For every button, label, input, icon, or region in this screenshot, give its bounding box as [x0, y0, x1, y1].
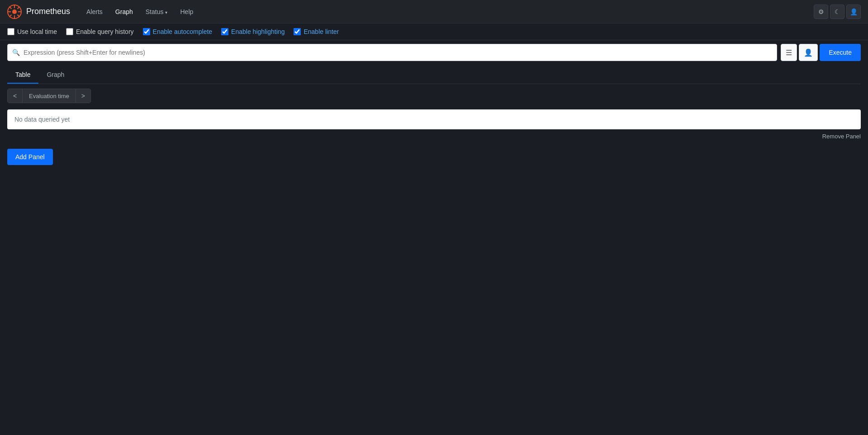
no-data-box: No data queried yet: [7, 109, 861, 129]
settings-icon: ⚙: [818, 8, 824, 15]
use-local-time-label: Use local time: [17, 28, 57, 35]
nav-status-dropdown[interactable]: Status: [140, 5, 173, 18]
search-actions: ☰ 👤 Execute: [781, 44, 861, 61]
nav-help[interactable]: Help: [175, 5, 199, 18]
nav-status-label: Status: [146, 8, 164, 15]
eval-time-row: < Evaluation time >: [7, 84, 861, 108]
metrics-explorer-icon: 👤: [804, 48, 813, 57]
navbar: Prometheus Alerts Graph Status Help ⚙ ☾ …: [0, 0, 868, 24]
remove-panel-link[interactable]: Remove Panel: [822, 133, 861, 140]
use-local-time-checkbox[interactable]: [7, 28, 14, 35]
enable-autocomplete-checkbox[interactable]: [143, 28, 150, 35]
user-button[interactable]: 👤: [846, 5, 861, 19]
nav-graph[interactable]: Graph: [110, 5, 138, 18]
enable-autocomplete-group[interactable]: Enable autocomplete: [143, 28, 213, 35]
search-icon: 🔍: [12, 49, 20, 56]
execute-button[interactable]: Execute: [820, 44, 861, 61]
tab-graph[interactable]: Graph: [38, 66, 72, 84]
status-dropdown-caret: [165, 8, 167, 15]
brand-title: Prometheus: [26, 7, 70, 16]
remove-panel-row: Remove Panel: [7, 129, 861, 143]
enable-query-history-label: Enable query history: [76, 28, 134, 35]
tab-table[interactable]: Table: [7, 66, 38, 84]
eval-next-button[interactable]: >: [76, 89, 90, 103]
enable-highlighting-checkbox[interactable]: [221, 28, 228, 35]
list-icon-button[interactable]: ☰: [781, 44, 797, 61]
no-data-text: No data queried yet: [14, 116, 70, 123]
settings-button[interactable]: ⚙: [814, 5, 828, 19]
prometheus-logo: [7, 5, 22, 19]
expression-input-container: 🔍: [7, 44, 777, 61]
add-panel-button[interactable]: Add Panel: [7, 149, 53, 165]
eval-prev-button[interactable]: <: [8, 89, 22, 103]
eval-time-group: < Evaluation time >: [7, 89, 91, 103]
eval-time-label: Evaluation time: [22, 89, 76, 103]
search-bar: 🔍 ☰ 👤 Execute: [0, 40, 868, 65]
navbar-right: ⚙ ☾ 👤: [814, 5, 861, 19]
nav-links: Alerts Graph Status Help: [81, 5, 814, 18]
enable-linter-checkbox[interactable]: [294, 28, 301, 35]
nav-alerts[interactable]: Alerts: [81, 5, 108, 18]
add-panel-section: Add Panel: [0, 143, 868, 170]
use-local-time-group[interactable]: Use local time: [7, 28, 57, 35]
user-icon: 👤: [850, 8, 858, 15]
panel: Table Graph < Evaluation time > No data …: [0, 66, 868, 143]
enable-linter-group[interactable]: Enable linter: [294, 28, 339, 35]
brand-link[interactable]: Prometheus: [7, 5, 70, 19]
toolbar: Use local time Enable query history Enab…: [0, 24, 868, 40]
metrics-explorer-button[interactable]: 👤: [799, 44, 818, 61]
enable-highlighting-group[interactable]: Enable highlighting: [221, 28, 285, 35]
list-icon: ☰: [786, 48, 792, 57]
expression-input[interactable]: [24, 49, 772, 56]
theme-icon: ☾: [835, 8, 840, 15]
theme-toggle-button[interactable]: ☾: [830, 5, 844, 19]
enable-query-history-checkbox[interactable]: [66, 28, 73, 35]
svg-point-1: [12, 9, 17, 14]
enable-query-history-group[interactable]: Enable query history: [66, 28, 134, 35]
enable-highlighting-label: Enable highlighting: [231, 28, 285, 35]
enable-autocomplete-label: Enable autocomplete: [153, 28, 213, 35]
enable-linter-label: Enable linter: [304, 28, 339, 35]
panel-tabs: Table Graph: [7, 66, 861, 84]
